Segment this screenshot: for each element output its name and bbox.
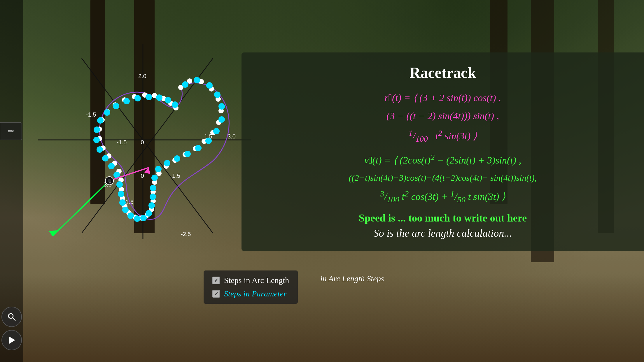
checkbox-panel: ✓ Steps in Arc Length ✓ Steps in Paramet… bbox=[204, 270, 298, 304]
svg-point-74 bbox=[97, 146, 103, 153]
main-scene: 2.0 3.0 1.5 0 0 -1.5 1.5 1.5 3.0 -2.5 -1… bbox=[0, 0, 644, 362]
svg-point-81 bbox=[134, 95, 141, 101]
equation-v-line2: ((2−t)sin(4t)−3)cos(t)−(4(t−2)cos(4t)− s… bbox=[259, 171, 626, 185]
svg-text:3.0: 3.0 bbox=[228, 133, 236, 140]
ground-overlay bbox=[0, 275, 644, 362]
search-button[interactable] bbox=[1, 307, 22, 327]
svg-point-70 bbox=[116, 181, 123, 188]
arc-length-steps-label: in Arc Length Steps bbox=[320, 274, 384, 283]
svg-marker-105 bbox=[9, 337, 15, 344]
svg-point-56 bbox=[174, 155, 180, 162]
svg-point-69 bbox=[118, 191, 124, 197]
svg-point-59 bbox=[151, 175, 158, 181]
svg-text:1.5: 1.5 bbox=[204, 133, 212, 140]
svg-point-46 bbox=[182, 81, 188, 88]
svg-point-75 bbox=[93, 137, 100, 143]
svg-point-55 bbox=[184, 151, 191, 157]
checkbox-parameter-label: Steps in Parameter bbox=[224, 289, 287, 298]
svg-point-63 bbox=[146, 210, 152, 217]
equation-r-line2: (3 − ((t − 2) sin(4t))) sin(t) , bbox=[259, 108, 626, 124]
checkbox-arc-length-box[interactable]: ✓ bbox=[212, 277, 220, 284]
curve-svg: 2.0 3.0 1.5 0 0 -1.5 1.5 1.5 3.0 -2.5 -1… bbox=[23, 29, 262, 248]
checkbox-arc-length-check: ✓ bbox=[214, 277, 218, 284]
svg-text:0: 0 bbox=[141, 173, 144, 179]
svg-point-62 bbox=[148, 202, 155, 209]
svg-point-85 bbox=[172, 101, 178, 108]
checkbox-parameter-box[interactable]: ✓ bbox=[212, 290, 220, 298]
svg-point-60 bbox=[150, 185, 156, 191]
svg-point-80 bbox=[123, 98, 130, 104]
svg-point-65 bbox=[134, 215, 140, 222]
svg-text:1.5: 1.5 bbox=[172, 173, 180, 179]
play-button[interactable] bbox=[1, 330, 22, 350]
svg-point-83 bbox=[156, 94, 162, 101]
svg-text:1.5: 1.5 bbox=[125, 199, 134, 205]
svg-point-49 bbox=[214, 92, 220, 98]
left-panel bbox=[0, 0, 23, 362]
speed-text: Speed is ... too much to write out here bbox=[259, 212, 626, 224]
checkbox-parameter-check: ✓ bbox=[214, 291, 218, 297]
equation-v-line3: 3/100 t2 cos(3t) + 1/50 t sin(3t) ⟩ bbox=[259, 187, 626, 206]
svg-point-68 bbox=[119, 199, 126, 206]
svg-point-84 bbox=[165, 97, 171, 103]
svg-text:-1.5: -1.5 bbox=[117, 139, 127, 145]
visualization-area: 2.0 3.0 1.5 0 0 -1.5 1.5 1.5 3.0 -2.5 -1… bbox=[23, 29, 262, 248]
panel-title: Racetrack bbox=[259, 64, 626, 81]
svg-point-73 bbox=[102, 155, 108, 161]
svg-text:0: 0 bbox=[141, 139, 144, 145]
svg-point-54 bbox=[195, 145, 202, 151]
svg-text:3.0: 3.0 bbox=[104, 181, 112, 188]
svg-point-82 bbox=[146, 94, 152, 100]
svg-point-48 bbox=[206, 82, 213, 89]
svg-point-50 bbox=[218, 103, 225, 110]
svg-point-52 bbox=[213, 128, 220, 134]
equation-v-line1: v⃗(t) = ⟨ (2cos(t)2 − (2sin(t) + 3)sin(t… bbox=[259, 151, 626, 168]
arc-length-text: So is the arc length calculation... bbox=[259, 227, 626, 239]
svg-text:-1.5: -1.5 bbox=[86, 111, 96, 118]
svg-point-64 bbox=[140, 215, 147, 221]
checkbox-arc-length[interactable]: ✓ Steps in Arc Length bbox=[212, 276, 289, 285]
svg-text:-2.5: -2.5 bbox=[181, 231, 191, 237]
checkbox-arc-length-label: Steps in Arc Length bbox=[224, 276, 289, 285]
svg-point-47 bbox=[194, 77, 200, 83]
checkbox-parameter[interactable]: ✓ Steps in Parameter bbox=[212, 289, 289, 298]
svg-point-57 bbox=[164, 160, 170, 166]
svg-point-77 bbox=[97, 117, 104, 124]
svg-point-66 bbox=[127, 212, 134, 219]
continue-label: nue bbox=[8, 129, 14, 133]
continue-button[interactable]: nue bbox=[0, 122, 22, 140]
equation-r-line1: r⃗(t) = ⟨ (3 + 2 sin(t)) cos(t) , bbox=[259, 90, 626, 106]
svg-point-72 bbox=[108, 163, 115, 169]
svg-point-76 bbox=[94, 126, 100, 133]
svg-text:2.0: 2.0 bbox=[138, 73, 146, 79]
svg-point-58 bbox=[155, 166, 162, 172]
svg-point-67 bbox=[122, 207, 129, 213]
svg-point-51 bbox=[218, 116, 225, 123]
svg-line-104 bbox=[13, 318, 15, 320]
info-panel: Racetrack r⃗(t) = ⟨ (3 + 2 sin(t)) cos(t… bbox=[242, 52, 644, 251]
equation-r-line3: 1/100 t2 sin(3t) ⟩ bbox=[259, 126, 626, 145]
svg-point-78 bbox=[104, 109, 110, 116]
svg-point-79 bbox=[113, 103, 119, 109]
svg-point-61 bbox=[150, 194, 156, 200]
svg-line-86 bbox=[52, 181, 109, 236]
